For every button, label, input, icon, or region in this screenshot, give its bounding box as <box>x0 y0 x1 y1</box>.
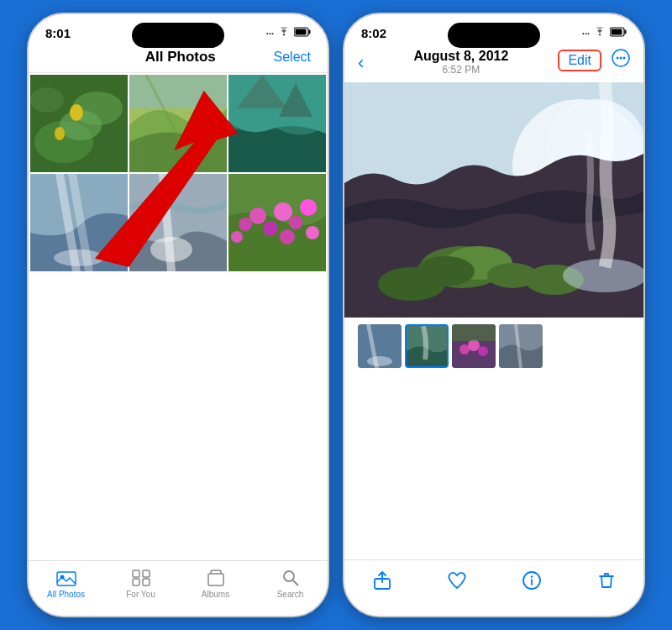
edit-button[interactable]: Edit <box>558 50 601 71</box>
tab-albums[interactable]: Albums <box>178 568 253 599</box>
grid-photo-1[interactable] <box>30 75 128 172</box>
svg-rect-63 <box>452 324 496 341</box>
svg-point-8 <box>70 104 83 121</box>
svg-point-22 <box>274 202 292 221</box>
status-icons-right: ··· <box>582 27 627 39</box>
date-sub: 6:52 PM <box>364 64 558 76</box>
thumb-2[interactable] <box>405 324 449 368</box>
svg-rect-34 <box>133 579 139 585</box>
svg-line-38 <box>293 580 298 585</box>
battery-icon <box>294 27 311 39</box>
favorite-button[interactable] <box>447 570 467 596</box>
tab-search-label: Search <box>277 590 304 599</box>
signal-icon-right: ··· <box>582 29 590 39</box>
svg-point-15 <box>54 249 104 266</box>
for-you-tab-icon <box>131 568 151 588</box>
svg-point-53 <box>378 267 445 301</box>
svg-point-62 <box>478 346 488 356</box>
thumb-3[interactable] <box>452 324 496 368</box>
tab-search[interactable]: Search <box>253 568 328 599</box>
svg-point-19 <box>239 218 252 231</box>
grid-photo-5[interactable] <box>129 174 227 271</box>
select-button[interactable]: Select <box>274 50 311 65</box>
svg-rect-32 <box>133 570 139 577</box>
svg-point-37 <box>284 571 294 581</box>
svg-point-23 <box>289 216 302 229</box>
svg-rect-40 <box>625 30 627 34</box>
back-button[interactable]: ‹ <box>358 49 364 74</box>
thumb-1[interactable] <box>358 324 402 368</box>
svg-point-17 <box>150 237 192 262</box>
wifi-icon <box>277 27 291 39</box>
grid-photo-6[interactable] <box>228 174 326 271</box>
grid-photo-4[interactable] <box>30 174 128 271</box>
nav-bar-left: All Photos Select <box>29 45 328 73</box>
svg-point-9 <box>55 127 65 140</box>
tab-bar-left: All Photos For You Albums <box>29 560 328 616</box>
svg-point-44 <box>620 57 622 60</box>
time-left: 8:01 <box>45 26 71 40</box>
battery-icon-right <box>610 27 627 39</box>
wifi-icon-right <box>593 27 606 39</box>
delete-button[interactable] <box>596 570 617 596</box>
svg-point-43 <box>617 57 619 60</box>
albums-tab-icon <box>206 568 226 588</box>
photos-tab-icon <box>56 568 76 588</box>
search-tab-icon <box>281 568 301 588</box>
svg-rect-41 <box>612 29 622 35</box>
svg-rect-2 <box>296 29 307 35</box>
tab-for-you-label: For You <box>126 590 155 599</box>
grid-photo-2[interactable] <box>129 75 227 172</box>
more-button[interactable] <box>612 49 630 71</box>
svg-point-20 <box>249 207 266 224</box>
thumb-4[interactable] <box>499 324 543 368</box>
all-photos-title: All Photos <box>145 49 216 66</box>
left-phone: 8:01 ··· All Photos Select <box>27 13 329 617</box>
svg-point-26 <box>280 229 295 244</box>
dynamic-island-left <box>132 23 224 48</box>
time-right: 8:02 <box>361 26 386 40</box>
svg-point-25 <box>231 231 243 243</box>
tab-all-photos[interactable]: All Photos <box>29 568 103 599</box>
status-icons-left: ··· <box>266 27 311 39</box>
tab-for-you[interactable]: For You <box>103 568 178 599</box>
svg-point-27 <box>306 226 319 239</box>
right-nav-actions: Edit <box>558 49 630 71</box>
info-button[interactable] <box>522 570 542 596</box>
svg-point-24 <box>300 199 317 216</box>
date-info: August 8, 2012 6:52 PM <box>364 49 558 76</box>
thumbnail-strip <box>344 321 643 371</box>
main-photo[interactable] <box>344 82 643 318</box>
share-button[interactable] <box>372 570 392 596</box>
photo-detail-header: ‹ August 8, 2012 6:52 PM Edit <box>344 45 643 82</box>
tab-all-photos-label: All Photos <box>47 590 85 599</box>
svg-point-61 <box>468 339 480 351</box>
svg-rect-35 <box>143 579 150 585</box>
svg-rect-36 <box>208 574 223 585</box>
svg-rect-33 <box>143 570 150 577</box>
svg-rect-1 <box>309 30 311 34</box>
date-main: August 8, 2012 <box>364 49 558 64</box>
signal-icon: ··· <box>266 29 274 39</box>
tab-albums-label: Albums <box>202 590 229 599</box>
svg-point-7 <box>30 87 64 113</box>
svg-point-67 <box>530 575 532 577</box>
svg-point-21 <box>263 221 278 236</box>
action-bar-right <box>344 559 643 616</box>
dynamic-island-right <box>448 23 540 48</box>
right-phone: 8:02 ··· ‹ August 8, 2012 <box>343 13 645 617</box>
photo-grid <box>29 73 328 273</box>
svg-point-57 <box>367 356 392 366</box>
grid-photo-3[interactable] <box>228 75 326 172</box>
svg-point-45 <box>623 57 626 60</box>
svg-rect-11 <box>129 75 227 108</box>
